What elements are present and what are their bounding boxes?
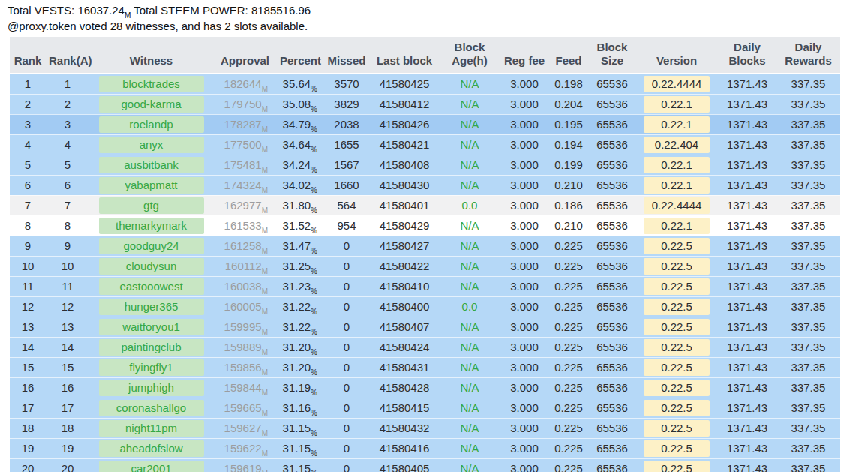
cell-witness: themarkymark xyxy=(89,215,213,236)
cell-rank-a: 13 xyxy=(46,317,89,337)
witness-name-chip[interactable]: aheadofslow xyxy=(99,440,204,457)
cell-reg-fee: 3.000 xyxy=(500,94,548,114)
cell-rank-a: 5 xyxy=(46,155,89,175)
cell-rank: 19 xyxy=(10,438,46,458)
witness-name-chip[interactable]: good-karma xyxy=(99,96,204,113)
version-badge: 0.22.5 xyxy=(644,420,710,437)
table-row: 10 10 cloudysun 160112M 31.25% 0 4158042… xyxy=(10,256,840,276)
cell-missed: 3829 xyxy=(323,94,370,114)
cell-missed: 0 xyxy=(323,317,370,337)
witness-name-chip[interactable]: themarkymark xyxy=(99,218,204,234)
cell-reg-fee: 3.000 xyxy=(500,296,548,317)
approval-unit: M xyxy=(262,389,268,397)
approval-unit: M xyxy=(262,409,268,417)
witness-name-chip[interactable]: hunger365 xyxy=(99,299,204,315)
cell-feed: 0.210 xyxy=(548,175,589,195)
cell-rank-a: 8 xyxy=(46,215,89,236)
approval-unit: M xyxy=(262,287,268,296)
cell-block-size: 65536 xyxy=(589,398,635,418)
percent-unit: % xyxy=(311,409,317,417)
cell-daily-rewards: 337.35 xyxy=(776,114,840,134)
cell-missed: 1567 xyxy=(323,155,370,175)
version-badge: 0.22.1 xyxy=(644,177,710,194)
cell-rank: 16 xyxy=(10,377,46,398)
witness-name-chip[interactable]: gtg xyxy=(99,197,204,214)
witness-name-chip[interactable]: cloudysun xyxy=(99,258,204,275)
column-header-feed: Feed xyxy=(548,37,589,74)
cell-last-block: 41580415 xyxy=(370,398,439,418)
cell-daily-blocks: 1371.43 xyxy=(718,215,776,236)
cell-version: 0.22.5 xyxy=(635,418,718,438)
cell-daily-blocks: 1371.43 xyxy=(718,114,776,134)
witness-name-chip[interactable]: car2001 xyxy=(99,461,204,472)
cell-percent: 31.22% xyxy=(277,296,323,317)
cell-percent: 31.15% xyxy=(277,438,323,458)
cell-rank: 14 xyxy=(10,337,46,357)
witness-name-chip[interactable]: jumphigh xyxy=(99,380,204,396)
version-badge: 0.22.5 xyxy=(644,400,710,416)
cell-feed: 0.225 xyxy=(548,418,589,438)
cell-last-block: 41580432 xyxy=(370,418,439,438)
percent-unit: % xyxy=(311,267,317,275)
approval-unit: M xyxy=(262,227,268,235)
cell-block-size: 65536 xyxy=(589,134,635,155)
cell-approval: 178287M xyxy=(213,114,277,134)
cell-block-age: N/A xyxy=(439,134,500,155)
table-row: 5 5 ausbitbank 175481M 34.24% 1567 41580… xyxy=(10,155,840,175)
cell-percent: 35.64% xyxy=(277,74,323,94)
cell-block-size: 65536 xyxy=(589,195,635,215)
cell-rank: 10 xyxy=(10,256,46,276)
cell-approval: 162977M xyxy=(213,195,277,215)
cell-percent: 31.15% xyxy=(277,458,323,472)
cell-reg-fee: 3.000 xyxy=(500,256,548,276)
percent-unit: % xyxy=(311,449,317,458)
witness-name-chip[interactable]: paintingclub xyxy=(99,339,204,356)
cell-last-block: 41580408 xyxy=(370,155,439,175)
cell-block-size: 65536 xyxy=(589,317,635,337)
witness-name-chip[interactable]: coronashallgo xyxy=(99,400,204,416)
cell-daily-blocks: 1371.43 xyxy=(718,276,776,296)
cell-last-block: 41580416 xyxy=(370,438,439,458)
cell-witness: paintingclub xyxy=(89,337,213,357)
proxy-status-line: @proxy.token voted 28 witnesses, and has… xyxy=(8,18,868,34)
cell-block-age: N/A xyxy=(439,175,500,195)
witness-name-chip[interactable]: eastooowest xyxy=(99,278,204,295)
cell-daily-rewards: 337.35 xyxy=(776,357,840,377)
witness-name-chip[interactable]: blocktrades xyxy=(99,76,204,92)
witness-name-chip[interactable]: waitforyou1 xyxy=(99,319,204,335)
cell-block-size: 65536 xyxy=(589,175,635,195)
cell-approval: 159995M xyxy=(213,317,277,337)
table-row: 13 13 waitforyou1 159995M 31.22% 0 41580… xyxy=(10,317,840,337)
cell-rank-a: 17 xyxy=(46,398,89,418)
percent-unit: % xyxy=(311,328,317,336)
cell-missed: 0 xyxy=(323,458,370,472)
cell-percent: 31.16% xyxy=(277,398,323,418)
cell-block-size: 65536 xyxy=(589,74,635,94)
cell-daily-rewards: 337.35 xyxy=(776,458,840,472)
cell-approval: 161533M xyxy=(213,215,277,236)
cell-daily-blocks: 1371.43 xyxy=(718,155,776,175)
cell-block-size: 65536 xyxy=(589,236,635,256)
cell-block-age: N/A xyxy=(439,94,500,114)
cell-block-size: 65536 xyxy=(589,337,635,357)
witness-name-chip[interactable]: ausbitbank xyxy=(99,157,204,173)
witness-name-chip[interactable]: flyingfly1 xyxy=(99,359,204,376)
cell-version: 0.22.5 xyxy=(635,377,718,398)
witness-name-chip[interactable]: yabapmatt xyxy=(99,177,204,194)
cell-rank: 4 xyxy=(10,134,46,155)
witness-name-chip[interactable]: goodguy24 xyxy=(99,238,204,254)
witness-name-chip[interactable]: anyx xyxy=(99,137,204,153)
version-badge: 0.22.5 xyxy=(644,319,710,335)
cell-last-block: 41580407 xyxy=(370,317,439,337)
witness-name-chip[interactable]: roelandp xyxy=(99,116,204,133)
table-row: 2 2 good-karma 179750M 35.08% 3829 41580… xyxy=(10,94,840,114)
cell-percent: 34.02% xyxy=(277,175,323,195)
cell-feed: 0.225 xyxy=(548,317,589,337)
cell-missed: 1655 xyxy=(323,134,370,155)
percent-unit: % xyxy=(311,348,317,356)
cell-daily-blocks: 1371.43 xyxy=(718,94,776,114)
witness-name-chip[interactable]: night11pm xyxy=(99,420,204,437)
cell-missed: 0 xyxy=(323,236,370,256)
cell-approval: 177500M xyxy=(213,134,277,155)
cell-reg-fee: 3.000 xyxy=(500,134,548,155)
